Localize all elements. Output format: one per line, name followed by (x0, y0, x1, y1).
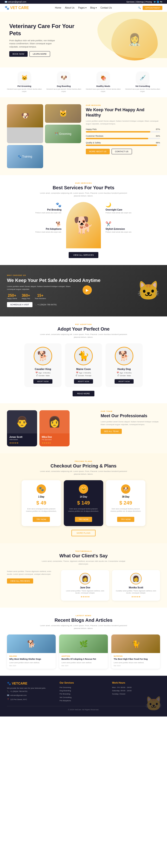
blog-date-0: Mar 2024 (9, 665, 53, 666)
boarding-icon-box: 🐶 (58, 72, 69, 84)
progress-label-1: Happy Pets 87% (86, 128, 160, 130)
pro-card-0: 👨 Jonas Scott Veterinarian ★★★★★ (7, 410, 37, 446)
blogs-section: LATEST NEWS Recent Blogs And Articles Lo… (0, 608, 167, 676)
adopt-button-1[interactable]: ADOPT NOW (74, 379, 93, 383)
safe-phone: 📞 +1 (56)34 789 84791 (34, 304, 57, 306)
adopt-button-2[interactable]: ADOPT NOW (115, 379, 133, 383)
services-desc: Lorem amet, consectetur adipiscing elit.… (37, 192, 130, 197)
pricing-grid: 🐾 1 Day $ 49 Enim iacra consequat facili… (7, 480, 160, 526)
footer-service-2[interactable]: Dog Boarding (60, 689, 108, 692)
pricing-title: Checkout Our Pricing & Plans (7, 463, 160, 469)
blog-desc-1: Lorem amet porttitor dictum enim eleifen… (61, 661, 106, 664)
schedule-visit-button[interactable]: SCHEDULE A VISIT (7, 302, 32, 307)
blog-card-2[interactable]: 🐈 NUTRITION The Best High Fiber Food For… (111, 634, 160, 669)
happy-desc: Lorem porttitor amet! Donec aliquet. Nul… (86, 120, 160, 125)
logo[interactable]: 🐾 VETCARE (5, 5, 29, 10)
view-reviews-button[interactable]: VIEW ALL REVIEWS (7, 579, 33, 584)
service-center-image: 🐕 (65, 202, 102, 248)
service-meals: 🍖 Healthy Meals Hendrerit iacra quis lao… (84, 72, 123, 93)
nav-about[interactable]: About Us (65, 6, 75, 9)
pro-cards: 👨 Jonas Scott Veterinarian ★★★★★ 👩 Mika … (7, 410, 96, 446)
stat-clients: 250+ Happy Clients (7, 293, 17, 299)
stat-clients-label: Happy Clients (7, 298, 17, 299)
footer-col-brand: 🐾 VETCARE We provide the best care for y… (7, 682, 55, 703)
price-card-1: 🐱 14 Day $ 149 Enim iacra consequat faci… (64, 480, 103, 526)
see-all-team-button[interactable]: SEE ALL TEAM (101, 429, 122, 434)
pricing-section: PRICING PLANS Checkout Our Pricing & Pla… (0, 453, 167, 543)
blog-content-2: NUTRITION The Best High Fiber Food For D… (111, 653, 160, 669)
adoptions-icon: 🐕 (7, 221, 61, 227)
footer-col-services: Our Services Pet Grooming Dog Boarding P… (60, 682, 108, 703)
pro-card-1: 👩 Mika Doe Pet Specialist ★★★★★ (39, 410, 69, 446)
nav-contact[interactable]: Contact Us (101, 6, 112, 9)
happy-buttons: MORE ABOUT US CONTACT US (86, 149, 160, 154)
copyright-text: © 2024 VetCare. All Rights Reserved. (68, 709, 99, 711)
safe-buttons: SCHEDULE A VISIT 📞 +1 (56)34 789 84791 (7, 302, 160, 307)
testi-card-1: 👩 Monika Scott Curabitur amet porttitor.… (112, 570, 160, 601)
pro-name-0: Jonas Scott (9, 436, 35, 438)
read-more-button[interactable]: READ MORE (73, 391, 94, 396)
progress-reviews: Customer Reviews 84% (86, 135, 160, 139)
adopt-title: Adopt Your Perfect One (7, 327, 160, 332)
breeding-icon: 🐾 (7, 202, 61, 208)
plan-name-0: 1 Day (26, 496, 57, 498)
adopt-subtitle: PET ADOPTION (7, 323, 160, 326)
book-now-button[interactable]: BOOK NOW (9, 51, 28, 57)
nav-actions: 🔍 APPOINTMENT (138, 6, 162, 10)
contact-us-button[interactable]: CONTACT US (112, 149, 132, 154)
learn-more-button[interactable]: LEARN MORE (29, 51, 50, 57)
stats-row: 250+ Happy Clients 360+ Happy Pets 15+ T… (7, 293, 160, 299)
footer-service-3[interactable]: Pet Breeding (60, 692, 108, 696)
search-icon[interactable]: 🔍 (138, 6, 141, 9)
meals-title: Healthy Meals (84, 85, 123, 87)
try-plan-0[interactable]: TRY NOW (33, 517, 50, 522)
testi-text-0: Lorem amet porttitor. Theme dignissim el… (64, 590, 106, 594)
blogs-subtitle: LATEST NEWS (7, 615, 160, 617)
blog-card-1[interactable]: 🌿 ADOPTION Benefits Of Adopting A Rescue… (59, 634, 108, 669)
progress-bar-3 (86, 145, 160, 146)
stat-pets-label: Happy Pets (22, 298, 30, 299)
testi-text-1: Curabitur amet porttitor. Theme dignissi… (115, 590, 157, 594)
more-plans-button[interactable]: MORE PLANS (72, 530, 95, 536)
pet-age-0: 📅 Age: 3 Months (28, 372, 58, 374)
grooming-title: Pet Grooming (5, 85, 44, 87)
more-about-button[interactable]: MORE ABOUT US (86, 149, 110, 154)
hero-description: Proin dapibus nisin vel ante porttitor, … (9, 39, 60, 49)
blogs-title: Recent Blogs And Articles (7, 618, 160, 623)
testimonials-section: TESTIMONIALS What Our Client's Say Lorem… (0, 543, 167, 608)
blog-tag-0: WALKING (9, 655, 53, 657)
meals-desc: Hendrerit iacra quis laoreet. Dictum lac… (84, 88, 123, 93)
try-plan-1[interactable]: TRY NOW (75, 517, 92, 522)
testi-stars-1: ★★★★★ (115, 596, 157, 598)
nav-pages[interactable]: Pages ▾ (78, 6, 86, 9)
pet-card-2: 🐕 Husky Dog 📅 Age: 3 Months ⚥ Gender: Ma… (106, 343, 143, 387)
all-services-button[interactable]: VIEW ALL SERVICES (69, 252, 99, 258)
footer: 🐾 VETCARE We provide the best care for y… (0, 676, 167, 716)
footer-hours-title: Work Hours (112, 682, 160, 684)
progress-fill-3 (86, 145, 157, 146)
stylish-icon: ✂️ (106, 221, 160, 227)
plan-price-2: $ 249 (110, 500, 141, 506)
footer-service-5[interactable]: Pet Adoptions (60, 699, 108, 702)
breeding-title: Pet Breeding (7, 209, 61, 211)
adopt-button-0[interactable]: ADOPT NOW (33, 379, 52, 383)
blog-img-2: 🐈 (111, 634, 160, 653)
blog-card-0[interactable]: 🐕 WALKING Why Most Walking Shelter Dogs … (7, 634, 56, 669)
pet-avatar-1: 🐈 (74, 347, 93, 365)
blog-img-0: 🐕 (7, 634, 56, 653)
pet-gender-2: ⚥ Gender: Male (109, 375, 139, 377)
groom-photo: ✂️ Grooming (45, 125, 81, 143)
nav-home[interactable]: Home (55, 6, 61, 9)
plan-desc-1: Enim iacra consequat facilisis praesent … (68, 508, 99, 513)
pricing-subtitle: PRICING PLANS (7, 460, 160, 462)
pro-img-1: 👩 (39, 410, 69, 433)
pet-gender-1: ⚥ Gender: Female (68, 375, 99, 377)
nav-blog[interactable]: Blog ▾ (90, 6, 97, 9)
footer-service-1[interactable]: Pet Grooming (60, 686, 108, 689)
progress-fill-2 (86, 138, 148, 139)
footer-service-4[interactable]: Vet Consulting (60, 696, 108, 699)
cat-image: 🐱 (45, 104, 81, 123)
appointment-button[interactable]: APPOINTMENT (143, 6, 162, 10)
try-plan-2[interactable]: TRY NOW (117, 517, 134, 522)
pro-info-1: Mika Doe Pet Specialist ★★★★★ (39, 433, 69, 446)
